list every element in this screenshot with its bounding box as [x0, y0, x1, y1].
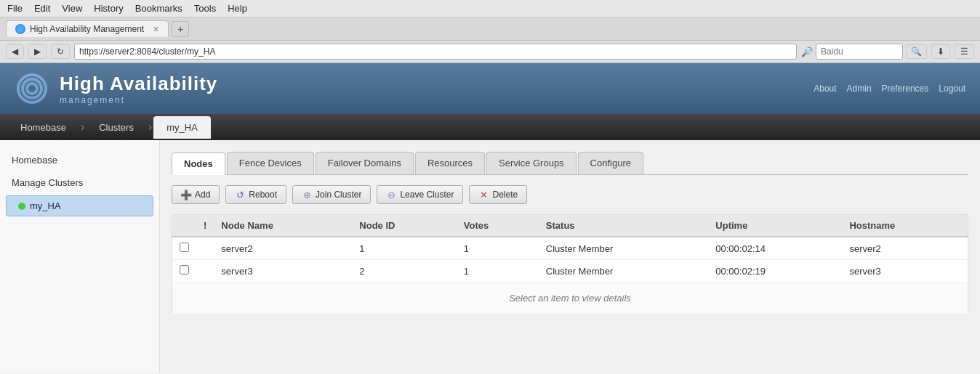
row2-alert: [196, 260, 214, 282]
logout-link[interactable]: Logout: [939, 84, 965, 94]
leave-cluster-button[interactable]: ⊖ Leave Cluster: [377, 185, 463, 204]
leave-label: Leave Cluster: [400, 190, 454, 200]
row1-status: Cluster Member: [539, 237, 708, 260]
add-button[interactable]: ➕ Add: [172, 185, 220, 204]
reload-button[interactable]: ↻: [51, 44, 70, 59]
search-input[interactable]: [816, 44, 903, 60]
row2-uptime: 00:00:02:19: [708, 260, 842, 282]
row2-node-name: server3: [214, 260, 352, 282]
detail-text: Select an item to view details: [172, 282, 968, 314]
row2-status: Cluster Member: [539, 260, 708, 282]
download-button[interactable]: ⬇: [931, 44, 950, 59]
browser-tab-bar: High Availability Management ✕ +: [0, 17, 980, 41]
row1-uptime: 00:00:02:14: [708, 237, 842, 260]
nav-clusters[interactable]: Clusters: [86, 116, 147, 139]
reboot-label: Reboot: [249, 190, 277, 200]
delete-icon: ✕: [478, 190, 489, 200]
detail-row: Select an item to view details: [172, 282, 968, 314]
row2-votes: 1: [457, 260, 539, 282]
address-bar-input[interactable]: [74, 44, 797, 60]
browser-menu-bar: const menuData = JSON.parse(document.get…: [0, 0, 980, 17]
tab-title: High Availability Management: [30, 24, 144, 34]
row2-hostname: server3: [842, 260, 968, 282]
col-node-id: Node ID: [352, 215, 456, 237]
delete-button[interactable]: ✕ Delete: [469, 185, 527, 204]
row2-node-id: 2: [352, 260, 456, 282]
nav-sep-2: ›: [148, 121, 152, 134]
preferences-link[interactable]: Preferences: [882, 84, 929, 94]
join-cluster-button[interactable]: ⊕ Join Cluster: [292, 185, 371, 204]
menu-item-history[interactable]: History: [94, 3, 123, 14]
col-uptime: Uptime: [708, 215, 842, 237]
tab-resources[interactable]: Resources: [415, 152, 485, 174]
row2-checkbox[interactable]: [180, 265, 189, 275]
browser-tab-active[interactable]: High Availability Management ✕: [6, 20, 169, 37]
row2-checkbox-cell: [172, 260, 197, 282]
col-node-name: Node Name: [214, 215, 352, 237]
menu-item-file[interactable]: File: [7, 3, 23, 14]
tab-bar: Nodes Fence Devices Failover Domains Res…: [172, 152, 968, 175]
back-button[interactable]: ◀: [6, 44, 24, 59]
join-icon: ⊕: [302, 190, 312, 200]
sidebar-cluster-my-ha[interactable]: my_HA: [6, 195, 153, 216]
nav-homebase[interactable]: Homebase: [7, 116, 79, 139]
main-area: Homebase Manage Clusters my_HA Nodes Fen…: [0, 140, 980, 373]
tab-fence-devices[interactable]: Fence Devices: [227, 152, 314, 174]
cluster-status-dot: [18, 203, 25, 210]
join-label: Join Cluster: [316, 190, 361, 200]
forward-button[interactable]: ▶: [28, 44, 47, 59]
admin-link[interactable]: Admin: [847, 84, 872, 94]
nav-my-ha[interactable]: my_HA: [153, 116, 211, 139]
header-nav-links: About Admin Preferences Logout: [814, 84, 965, 94]
ha-logo: [15, 71, 49, 106]
col-checkbox: [172, 215, 197, 237]
app-header: High Availability management About Admin…: [0, 63, 980, 114]
leave-icon: ⊖: [386, 190, 396, 200]
add-icon: ➕: [181, 190, 191, 200]
col-hostname: Hostname: [842, 215, 968, 237]
action-bar: ➕ Add ↺ Reboot ⊕ Join Cluster ⊖ Leave Cl…: [172, 185, 968, 204]
menu-item-tools[interactable]: Tools: [194, 3, 216, 14]
nav-bar: Homebase › Clusters › my_HA: [0, 114, 980, 140]
reboot-icon: ↺: [235, 190, 245, 200]
nav-sep-1: ›: [81, 121, 84, 134]
tab-close-button[interactable]: ✕: [153, 25, 159, 34]
menu-item-help[interactable]: Help: [228, 3, 247, 14]
sidebar-item-manage-clusters[interactable]: Manage Clusters: [0, 171, 159, 194]
table-header: ! Node Name Node ID Votes Status Uptime …: [172, 215, 968, 237]
sidebar: Homebase Manage Clusters my_HA: [0, 140, 160, 373]
menu-item-edit[interactable]: Edit: [34, 3, 50, 14]
row1-hostname: server2: [842, 237, 968, 260]
header-title-block: High Availability management: [60, 73, 217, 105]
logo-icon: [17, 73, 47, 104]
table-body: server2 1 1 Cluster Member 00:00:02:14 s…: [172, 237, 968, 314]
browser-address-bar: ◀ ▶ ↻ 🔎 🔍 ⬇ ☰: [0, 41, 980, 63]
content-panel: Nodes Fence Devices Failover Domains Res…: [160, 140, 980, 373]
row1-votes: 1: [457, 237, 539, 260]
menu-item-view[interactable]: View: [62, 3, 82, 14]
search-bar: 🔎 🔍: [801, 44, 927, 60]
col-alert: !: [196, 215, 214, 237]
table-row[interactable]: server3 2 1 Cluster Member 00:00:02:19 s…: [172, 260, 968, 282]
search-engine-icon: 🔎: [801, 46, 813, 57]
search-button[interactable]: 🔍: [906, 44, 927, 59]
header-left: High Availability management: [15, 71, 217, 106]
row1-checkbox[interactable]: [180, 243, 189, 252]
reboot-button[interactable]: ↺ Reboot: [225, 185, 286, 204]
menu-item-bookmarks[interactable]: Bookmarks: [135, 3, 182, 14]
sidebar-item-homebase[interactable]: Homebase: [0, 149, 159, 171]
more-options-button[interactable]: ☰: [955, 44, 974, 59]
tab-configure[interactable]: Configure: [578, 152, 643, 174]
table-row[interactable]: server2 1 1 Cluster Member 00:00:02:14 s…: [172, 237, 968, 260]
app-title: High Availability: [60, 73, 217, 95]
row1-node-id: 1: [352, 237, 456, 260]
tab-nodes[interactable]: Nodes: [172, 153, 225, 175]
row1-node-name: server2: [214, 237, 352, 260]
tab-failover-domains[interactable]: Failover Domains: [316, 152, 414, 174]
tab-service-groups[interactable]: Service Groups: [486, 152, 577, 174]
app-subtitle: management: [60, 95, 217, 105]
about-link[interactable]: About: [814, 84, 836, 94]
new-tab-button[interactable]: +: [172, 21, 189, 37]
add-label: Add: [195, 190, 210, 200]
row1-checkbox-cell: [172, 237, 197, 260]
